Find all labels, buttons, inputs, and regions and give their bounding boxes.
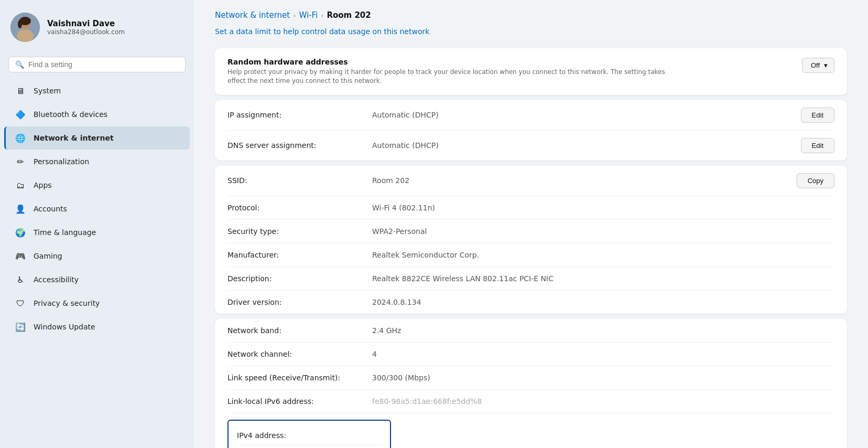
random-hw-info: Random hardware addresses Help protect y…	[227, 58, 794, 86]
breadcrumb-wifi[interactable]: Wi-Fi	[299, 10, 318, 20]
security-type-row: Security type: WPA2-Personal	[227, 220, 834, 243]
manufacturer-row: Manufacturer: Realtek Semiconductor Corp…	[227, 243, 834, 267]
settings-content: Set a data limit to help control data us…	[194, 25, 868, 448]
sidebar-item-label: Windows Update	[34, 323, 95, 331]
gaming-icon: 🎮	[15, 250, 26, 262]
svg-point-5	[18, 20, 22, 28]
sidebar-item-network[interactable]: 🌐 Network & internet	[4, 126, 190, 150]
ssid-copy-button[interactable]: Copy	[797, 173, 834, 188]
ip-assignment-value: Automatic (DHCP)	[372, 111, 793, 119]
random-hw-desc: Help protect your privacy by making it h…	[227, 68, 678, 86]
sidebar-item-label: Apps	[34, 181, 52, 189]
sidebar-item-label: Time & language	[34, 228, 96, 237]
random-hw-action: Off ▾	[802, 58, 834, 73]
link-local-ipv6-value: fe80-98a5:d1ae:668f:e5dd%8	[372, 397, 834, 406]
network-band-value: 2.4 GHz	[372, 326, 834, 335]
apps-icon: 🗂	[15, 179, 26, 191]
sidebar: Vaishnavi Dave vaisha284@outlook.com 🔍 🖥…	[0, 0, 194, 448]
sidebar-item-personalization[interactable]: ✏️ Personalization	[4, 150, 190, 173]
sidebar-item-apps[interactable]: 🗂 Apps	[4, 174, 190, 197]
network-channel-value: 4	[372, 350, 834, 358]
sidebar-item-accessibility[interactable]: ♿ Accessibility	[4, 268, 190, 291]
network-band-row: Network band: 2.4 GHz	[227, 319, 834, 343]
sidebar-item-label: Gaming	[34, 252, 62, 260]
link-local-ipv6-label: Link-local IPv6 address:	[227, 397, 364, 406]
sidebar-item-label: Personalization	[34, 157, 89, 166]
breadcrumb-room: Room 202	[327, 10, 371, 20]
sidebar-item-bluetooth[interactable]: 🔷 Bluetooth & devices	[4, 103, 190, 126]
description-value: Realtek 8822CE Wireless LAN 802.11ac PCI…	[372, 274, 834, 283]
sidebar-item-label: Privacy & security	[34, 299, 100, 307]
chevron-down-icon: ▾	[824, 61, 828, 69]
sidebar-nav: 🖥 System 🔷 Bluetooth & devices 🌐 Network…	[0, 79, 194, 339]
data-limit-link[interactable]: Set a data limit to help control data us…	[215, 27, 847, 36]
driver-version-label: Driver version:	[227, 298, 364, 306]
ipv4-address-label: IPv4 address:	[237, 431, 373, 440]
ipv4-dns-row: IPv4 DNS servers:	[237, 445, 382, 448]
protocol-row: Protocol: Wi-Fi 4 (802.11n)	[227, 196, 834, 220]
network-band-section: Network band: 2.4 GHz Network channel: 4…	[215, 319, 847, 448]
profile-email: vaisha284@outlook.com	[47, 28, 125, 36]
description-row: Description: Realtek 8822CE Wireless LAN…	[227, 267, 834, 291]
dns-assignment-label: DNS server assignment:	[227, 141, 364, 150]
protocol-label: Protocol:	[227, 204, 364, 212]
search-icon: 🔍	[15, 60, 24, 69]
random-hw-title: Random hardware addresses	[227, 58, 794, 66]
ssid-row: SSID: Room 202 Copy	[227, 166, 834, 196]
sidebar-item-accounts[interactable]: 👤 Accounts	[4, 197, 190, 220]
ip-assignment-label: IP assignment:	[227, 111, 364, 119]
search-box[interactable]: 🔍	[8, 57, 186, 72]
random-hw-value: Off	[811, 61, 820, 69]
sidebar-item-label: Accessibility	[34, 275, 79, 284]
manufacturer-value: Realtek Semiconductor Corp.	[372, 251, 834, 259]
dns-assignment-action: Edit	[801, 138, 834, 153]
ip-assignment-edit-button[interactable]: Edit	[801, 108, 834, 123]
sidebar-item-system[interactable]: 🖥 System	[4, 79, 190, 102]
profile-section: Vaishnavi Dave vaisha284@outlook.com	[0, 0, 194, 52]
sidebar-item-label: System	[34, 87, 61, 95]
sidebar-item-label: Accounts	[34, 205, 67, 213]
network-channel-row: Network channel: 4	[227, 343, 834, 366]
bluetooth-icon: 🔷	[15, 109, 26, 120]
profile-name: Vaishnavi Dave	[47, 19, 125, 28]
link-speed-row: Link speed (Receive/Transmit): 300/300 (…	[227, 366, 834, 390]
ip-assignment-row: IP assignment: Automatic (DHCP) Edit	[227, 100, 834, 131]
profile-info: Vaishnavi Dave vaisha284@outlook.com	[47, 19, 125, 36]
ipv4-highlighted-row: IPv4 address: IPv4 DNS servers:	[227, 413, 834, 448]
svg-point-2	[17, 29, 34, 42]
sidebar-item-privacy[interactable]: 🛡 Privacy & security	[4, 292, 190, 315]
system-icon: 🖥	[15, 85, 26, 97]
windows-update-icon: 🔄	[15, 321, 26, 333]
dns-assignment-row: DNS server assignment: Automatic (DHCP) …	[227, 131, 834, 161]
manufacturer-label: Manufacturer:	[227, 251, 364, 259]
accessibility-icon: ♿	[15, 274, 26, 285]
ssid-value: Room 202	[372, 176, 788, 185]
ipv4-highlight-box: IPv4 address: IPv4 DNS servers:	[227, 420, 391, 448]
network-channel-label: Network channel:	[227, 350, 364, 358]
breadcrumb-network[interactable]: Network & internet	[215, 10, 290, 20]
dns-assignment-value: Automatic (DHCP)	[372, 141, 793, 150]
sidebar-item-gaming[interactable]: 🎮 Gaming	[4, 244, 190, 268]
main-content: Network & internet › Wi-Fi › Room 202 Se…	[194, 0, 868, 448]
search-input[interactable]	[28, 60, 179, 69]
personalization-icon: ✏️	[15, 156, 26, 167]
description-label: Description:	[227, 274, 364, 283]
ssid-action: Copy	[797, 173, 834, 188]
breadcrumb-sep2: ›	[321, 12, 323, 19]
driver-version-value: 2024.0.8.134	[372, 298, 834, 306]
breadcrumb-sep1: ›	[293, 12, 296, 19]
sidebar-item-label: Network & internet	[34, 134, 114, 142]
security-type-value: WPA2-Personal	[372, 227, 834, 236]
link-speed-label: Link speed (Receive/Transmit):	[227, 374, 364, 382]
network-details-section: SSID: Room 202 Copy Protocol: Wi-Fi 4 (8…	[215, 166, 847, 314]
random-hw-card: Random hardware addresses Help protect y…	[215, 48, 847, 95]
random-hw-dropdown[interactable]: Off ▾	[802, 58, 834, 73]
link-speed-value: 300/300 (Mbps)	[372, 374, 834, 382]
ip-dns-section: IP assignment: Automatic (DHCP) Edit DNS…	[215, 100, 847, 161]
security-type-label: Security type:	[227, 227, 364, 236]
dns-assignment-edit-button[interactable]: Edit	[801, 138, 834, 153]
network-band-label: Network band:	[227, 326, 364, 335]
sidebar-item-time[interactable]: 🌍 Time & language	[4, 221, 190, 244]
sidebar-item-windows-update[interactable]: 🔄 Windows Update	[4, 315, 190, 338]
sidebar-item-label: Bluetooth & devices	[34, 110, 107, 119]
